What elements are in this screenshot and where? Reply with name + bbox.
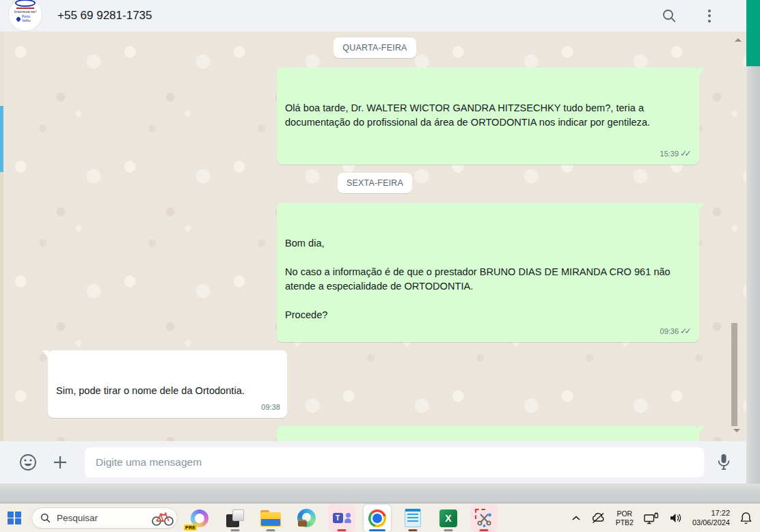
header-actions (662, 8, 746, 24)
start-button[interactable] (3, 507, 26, 530)
outgoing-message-bubble[interactable]: Olá boa tarde, Dr. WALTER WICTOR GANDRA … (277, 68, 699, 165)
date-chip-wednesday: QUARTA-FEIRA (334, 38, 416, 58)
copilot-icon[interactable]: PRE (186, 505, 213, 532)
bubble-tail (698, 426, 705, 434)
desktops-app-icon[interactable] (221, 505, 249, 532)
delivered-ticks-icon: ✓✓ (680, 324, 692, 339)
notifications-bell-icon[interactable] (740, 512, 752, 524)
avatar-location: Porto Velho (16, 15, 34, 23)
search-icon[interactable] (662, 8, 677, 23)
background-window-green-edge (746, 0, 760, 66)
clock-and-date[interactable]: 17:22 03/06/2024 (692, 509, 730, 527)
tray-date: 03/06/2024 (692, 518, 730, 528)
excel-logo-icon: X (439, 509, 457, 527)
scrollbar-down-arrow[interactable] (733, 429, 740, 432)
menu-kebab-icon[interactable] (704, 8, 715, 24)
excel-icon[interactable]: X (435, 505, 462, 532)
overlapping-squares-icon (226, 509, 244, 527)
edge-logo-icon (297, 509, 316, 527)
background-window-right-edge (745, 66, 760, 484)
message-time: 09:38 (261, 400, 280, 415)
teams-icon[interactable]: T (328, 505, 355, 532)
desktop-gap (0, 484, 760, 503)
contact-phone-number[interactable]: +55 69 9281-1735 (57, 9, 152, 23)
running-indicator (444, 529, 453, 531)
copilot-pre-badge: PRE (184, 524, 197, 531)
message-time: 15:39 (660, 147, 679, 161)
outgoing-message-bubble[interactable]: Poderia nos informar o motivo, haja vist… (277, 426, 699, 441)
system-tray: POR PTB2 17:22 03/06/2024 (571, 509, 760, 527)
message-meta: 09:38 (261, 400, 280, 415)
active-indicator (369, 529, 385, 531)
bubble-tail (42, 350, 49, 358)
chrome-icon[interactable] (364, 505, 391, 532)
bubble-tail (698, 203, 705, 210)
notepad-logo-icon (405, 509, 421, 527)
scissors-icon (475, 509, 493, 527)
message-input[interactable] (85, 447, 704, 477)
teams-logo-icon: T (333, 513, 351, 523)
avatar-logo-bar (16, 8, 34, 9)
onedrive-paused-icon[interactable] (591, 512, 606, 524)
language-line1: POR (616, 509, 634, 518)
tray-chevron-up-icon[interactable] (571, 515, 581, 521)
search-highlight-bicycle-image[interactable] (150, 510, 175, 527)
file-explorer-icon[interactable] (257, 505, 284, 532)
message-text: Olá boa tarde, Dr. WALTER WICTOR GANDRA … (285, 102, 650, 128)
left-edge-dark-segment (0, 172, 3, 441)
contact-avatar[interactable]: Inscreva-se! Porto Velho (9, 0, 42, 31)
search-label: Pesquisar (57, 513, 150, 523)
outgoing-message-bubble[interactable]: Bom dia, No caso a informação é de que o… (277, 203, 699, 342)
running-indicator (267, 529, 275, 531)
running-indicator (231, 529, 240, 531)
date-chip-friday: SEXTA-FEIRA (338, 173, 412, 193)
taskbar-search-box[interactable]: Pesquisar (31, 507, 178, 529)
search-icon (40, 513, 51, 523)
taskbar-app-icons: PRE T (186, 505, 498, 532)
avatar-logo-oval (15, 0, 36, 7)
language-line2: PTB2 (616, 518, 634, 527)
folder-icon (260, 510, 281, 527)
bubble-tail (698, 68, 705, 75)
attention-indicator (480, 529, 489, 531)
message-time: 09:36 (660, 324, 679, 339)
message-composer-bar (0, 441, 746, 484)
volume-icon[interactable] (669, 513, 682, 523)
left-edge-blue-segment (0, 106, 3, 172)
windows-logo-icon (8, 512, 21, 525)
chrome-logo-icon (368, 509, 386, 527)
delivered-ticks-icon: ✓✓ (680, 147, 692, 161)
whatsapp-desktop-screen: Inscreva-se! Porto Velho +55 69 9281-173… (0, 0, 760, 532)
tray-time: 17:22 (692, 509, 730, 518)
avatar-caption: Inscreva-se! (14, 10, 37, 14)
message-text: Sim, pode tirar o nome dele da Ortodonti… (56, 385, 245, 396)
chat-message-area[interactable]: QUARTA-FEIRA Olá boa tarde, Dr. WALTER W… (3, 31, 746, 441)
message-meta: 15:39 ✓✓ (660, 147, 692, 161)
display-connect-icon[interactable] (644, 512, 659, 524)
edge-browser-icon[interactable] (293, 505, 320, 532)
language-indicator[interactable]: POR PTB2 (616, 509, 634, 527)
chat-header: Inscreva-se! Porto Velho +55 69 9281-173… (0, 0, 746, 31)
background-window-left-edge (0, 31, 3, 441)
message-text: Bom dia, No caso a informação é de que o… (285, 238, 670, 320)
emoji-icon[interactable] (19, 453, 37, 471)
windows-taskbar: Pesquisar PRE T (0, 503, 760, 532)
scrollbar-thumb[interactable] (731, 323, 737, 426)
message-meta: 09:36 ✓✓ (660, 324, 692, 339)
attention-indicator (338, 529, 347, 531)
notepad-icon[interactable] (399, 505, 426, 532)
microphone-icon[interactable] (716, 453, 731, 472)
attach-plus-icon[interactable] (52, 454, 68, 471)
location-pin-icon (16, 16, 21, 21)
running-indicator (409, 529, 418, 531)
incoming-message-bubble[interactable]: Sim, pode tirar o nome dele da Ortodonti… (48, 350, 287, 418)
snipping-tool-icon[interactable] (470, 505, 498, 532)
scrollbar-up-arrow[interactable] (735, 38, 742, 42)
